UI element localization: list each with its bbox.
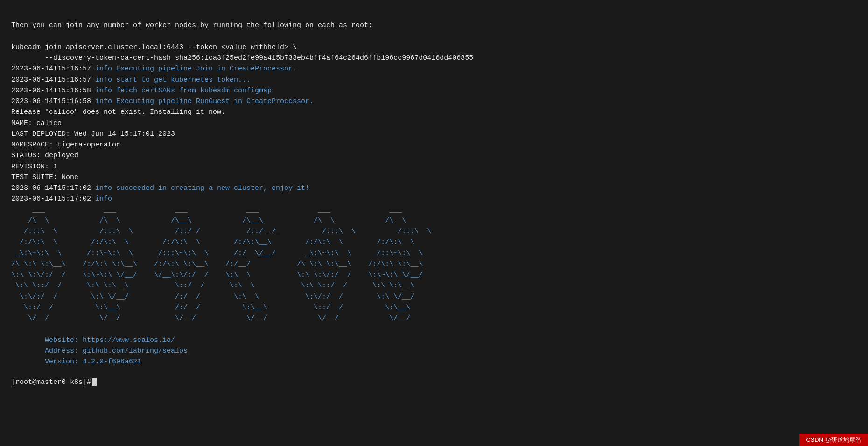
address-line: Address: github.com/labring/sealos bbox=[11, 347, 188, 355]
prompt-text: [root@master0 k8s]# bbox=[11, 378, 91, 386]
calico-line-1: Release "calico" does not exist. Install… bbox=[11, 108, 225, 116]
log-line-2: 2023-06-14T15:16:57 info start to get ku… bbox=[11, 76, 251, 84]
watermark-bar: CSDN @研道鸠摩智 bbox=[799, 434, 868, 446]
intro-line: Then you can join any number of worker n… bbox=[11, 21, 372, 29]
log-line-4: 2023-06-14T15:16:58 info Executing pipel… bbox=[11, 98, 314, 105]
terminal-output: Then you can join any number of worker n… bbox=[11, 9, 857, 378]
join-cmd2: --discovery-token-ca-cert-hash sha256:1c… bbox=[11, 54, 473, 62]
ascii-art: ___ ___ ___ ___ ___ ___ /\ \ /\ \ /\__\ … bbox=[11, 206, 431, 323]
log-line-6: 2023-06-14T15:17:02 info bbox=[11, 195, 112, 203]
website-line: Website: https://www.sealos.io/ bbox=[11, 336, 175, 344]
log-line-1: 2023-06-14T15:16:57 info Executing pipel… bbox=[11, 65, 297, 73]
log-line-3: 2023-06-14T15:16:58 info fetch certSANs … bbox=[11, 87, 272, 95]
calico-line-2: NAME: calico bbox=[11, 119, 62, 127]
log-line-5: 2023-06-14T15:17:02 info succeeded in cr… bbox=[11, 184, 309, 192]
calico-line-5: STATUS: deployed bbox=[11, 152, 78, 160]
terminal-prompt[interactable]: [root@master0 k8s]# bbox=[11, 378, 857, 386]
calico-line-4: NAMESPACE: tigera-operator bbox=[11, 141, 120, 149]
calico-line-7: TEST SUITE: None bbox=[11, 174, 78, 181]
watermark-text: CSDN @研道鸠摩智 bbox=[806, 436, 861, 443]
cursor-block bbox=[92, 378, 97, 386]
calico-line-6: REVISION: 1 bbox=[11, 163, 57, 171]
version-line: Version: 4.2.0-f696a621 bbox=[11, 358, 141, 366]
join-cmd1: kubeadm join apiserver.cluster.local:644… bbox=[11, 43, 297, 51]
calico-line-3: LAST DEPLOYED: Wed Jun 14 15:17:01 2023 bbox=[11, 130, 175, 138]
